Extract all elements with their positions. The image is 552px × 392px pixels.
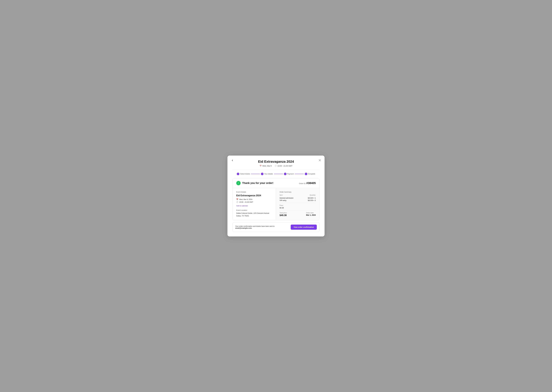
stepper: ✓ Select tickets ✓ Your details ✓ Paymen… xyxy=(232,173,320,175)
total-label: Total price: xyxy=(280,212,287,214)
total-right: Order date: Mar 1, 2024 xyxy=(306,212,316,216)
step-line-2 xyxy=(274,174,283,174)
event-name: Eid Extravaganza 2024 xyxy=(236,194,272,197)
event-time: 10:00 - 21:00 GMT xyxy=(277,165,292,167)
order-summary-label: Order Summary xyxy=(280,191,316,193)
step-check-1: ✓ xyxy=(237,173,239,175)
calendar-icon: 📅 xyxy=(260,165,261,167)
event-calendar-icon: 📅 xyxy=(236,198,238,200)
order-date-value: Mar 1, 2024 xyxy=(306,214,316,216)
location-line1: Dallas Cultural Center, 123 Crescent Ave… xyxy=(236,212,269,214)
order-divider-2 xyxy=(280,210,316,210)
fees-value: $4.38 xyxy=(280,207,316,209)
step-select-tickets: ✓ Select tickets xyxy=(237,173,250,175)
step-line-3 xyxy=(295,174,304,174)
footer-message-prefix: Your order confirmation and tickets have… xyxy=(235,225,275,227)
location-line2: Dallas, TX 75201 xyxy=(236,215,249,217)
back-button[interactable] xyxy=(231,159,233,162)
event-date-detail: Wed, Mar 8, 2024 xyxy=(239,198,252,200)
step-label-2: Your details xyxy=(264,173,273,175)
event-time-row: 🕐 10:00 - 21:00 GMT xyxy=(236,201,272,203)
event-date-row: 📅 Wed, Mar 8, 2024 xyxy=(236,198,272,200)
add-to-calendar-link[interactable]: Add to calendar xyxy=(236,205,248,207)
event-details-column: Event Details Eid Extravaganza 2024 📅 We… xyxy=(233,188,276,220)
modal-meta: 📅 Wed, Mar 8 🕐 10:00 - 21:00 GMT xyxy=(232,165,320,167)
step-label-1: Select tickets xyxy=(240,173,250,175)
footer-email: email@example.com. xyxy=(235,227,252,229)
total-row: Total price: $49.38 Order date: Mar 1, 2… xyxy=(280,212,316,217)
order-id-label: Order ID: xyxy=(299,182,306,184)
item-col-header: Item: xyxy=(280,194,283,196)
order-summary-column: Order Summary Item: Quantity: General ad… xyxy=(276,188,319,220)
step-your-details: ✓ Your details xyxy=(261,173,273,175)
event-time-detail: 10:00 - 21:00 GMT xyxy=(239,201,253,203)
view-order-confirmation-button[interactable]: View order confirmation xyxy=(291,224,317,230)
thank-you-left: ✓ Thank you for your order! xyxy=(236,181,273,185)
item-2-name: VIP entry xyxy=(280,199,286,201)
step-check-2: ✓ xyxy=(261,173,263,175)
order-date-label: Order date: xyxy=(306,212,316,214)
success-check-icon: ✓ xyxy=(236,181,241,185)
step-payment: ✓ Payment xyxy=(284,173,294,175)
item-1-price: $15.00 × 1 xyxy=(308,197,316,199)
fees-label: Fees: xyxy=(280,204,316,206)
total-price: $49.38 xyxy=(280,214,287,217)
footer-message: Your order confirmation and tickets have… xyxy=(235,225,291,229)
event-details-label: Event Details xyxy=(236,191,272,193)
order-id-number: #38405 xyxy=(306,182,316,185)
event-clock-icon: 🕐 xyxy=(236,201,238,203)
modal: Eid Extravaganza 2024 📅 Wed, Mar 8 🕐 10:… xyxy=(227,155,325,237)
thank-you-text: Thank you for your order! xyxy=(242,182,273,184)
event-date: Wed, Mar 8 xyxy=(262,165,271,167)
details-grid: Event Details Eid Extravaganza 2024 📅 We… xyxy=(233,188,319,220)
date-meta: 📅 Wed, Mar 8 xyxy=(260,165,271,167)
modal-footer: Your order confirmation and tickets have… xyxy=(232,222,320,232)
order-item-1: General admission $15.00 × 1 xyxy=(280,197,316,199)
step-label-3: Payment xyxy=(287,173,294,175)
quantity-col-header: Quantity: xyxy=(310,194,316,196)
total-left: Total price: $49.38 xyxy=(280,212,287,217)
event-location-label: Event Location xyxy=(236,209,272,211)
content-box: ✓ Thank you for your order! Order ID: #3… xyxy=(232,178,320,221)
order-items-header: Item: Quantity: xyxy=(280,194,316,196)
step-line-1 xyxy=(251,174,260,174)
time-meta: 🕐 10:00 - 21:00 GMT xyxy=(275,165,292,167)
item-1-name: General admission xyxy=(280,197,293,199)
thank-you-banner: ✓ Thank you for your order! Order ID: #3… xyxy=(233,178,319,188)
item-2-price: $15.00 × 2 xyxy=(308,199,316,201)
modal-title: Eid Extravaganza 2024 xyxy=(232,160,320,164)
step-label-4: Complete xyxy=(308,173,315,175)
close-button[interactable] xyxy=(319,159,321,161)
step-complete: ✓ Complete xyxy=(305,173,315,175)
clock-icon: 🕐 xyxy=(275,165,277,167)
event-location-text: Dallas Cultural Center, 123 Crescent Ave… xyxy=(236,212,272,217)
step-check-3: ✓ xyxy=(284,173,286,175)
modal-header: Eid Extravaganza 2024 📅 Wed, Mar 8 🕐 10:… xyxy=(232,160,320,170)
order-item-2: VIP entry $15.00 × 2 xyxy=(280,199,316,201)
order-id-block: Order ID: #38405 xyxy=(299,182,316,185)
step-check-4: ✓ xyxy=(305,173,307,175)
backdrop: Eid Extravaganza 2024 📅 Wed, Mar 8 🕐 10:… xyxy=(0,0,552,392)
